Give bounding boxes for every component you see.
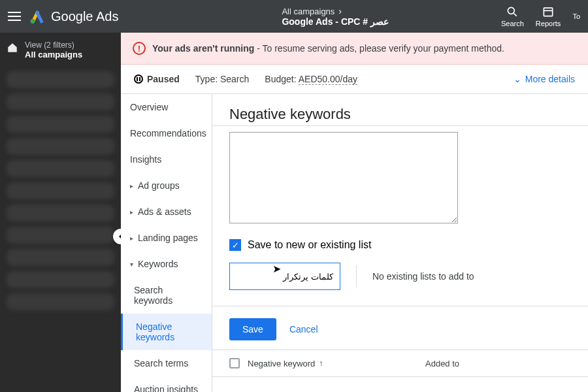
header-breadcrumb[interactable]: All campaigns› Google Ads - CPC # عصر [118, 6, 501, 27]
secondary-nav: Overview Recommendations Insights ▸Ad gr… [121, 94, 212, 392]
column-header-negative-keyword[interactable]: Negative keyword ↑ [248, 359, 417, 368]
nav-item-negative-keywords[interactable]: Negative keywords [121, 314, 212, 350]
body-columns: Overview Recommendations Insights ▸Ad gr… [121, 94, 588, 392]
alert-text: Your ads aren't running - To resume serv… [152, 43, 504, 54]
action-bar: Save Cancel [212, 306, 588, 350]
search-icon [506, 5, 519, 18]
header-tools: Search Reports To [501, 5, 580, 27]
campaign-status[interactable]: Paused [134, 74, 180, 84]
nav-item-ads-assets[interactable]: ▸Ads & assets [121, 199, 212, 225]
content-panel: Negative keywords ✓ Save to new or exist… [212, 94, 588, 392]
nav-item-insights[interactable]: Insights [121, 146, 212, 172]
account-item-blurred[interactable] [7, 249, 114, 266]
chevron-down-icon: ⌄ [514, 74, 521, 84]
chevron-left-icon [116, 232, 121, 241]
expand-triangle-icon: ▾ [130, 261, 135, 268]
collapse-triangle-icon: ▸ [130, 235, 135, 242]
product-logo[interactable]: Google Ads [29, 8, 118, 25]
negative-keywords-textarea[interactable] [229, 132, 458, 223]
hamburger-menu-icon[interactable] [8, 9, 22, 24]
cancel-button[interactable]: Cancel [289, 324, 318, 335]
type-label: Type: [195, 74, 218, 84]
select-all-checkbox[interactable] [229, 358, 240, 368]
paused-icon [134, 74, 143, 84]
budget-label: Budget: [265, 74, 296, 84]
account-item-blurred[interactable] [7, 227, 114, 244]
search-label: Search [501, 20, 524, 27]
svg-point-0 [30, 19, 35, 24]
account-item-blurred[interactable] [7, 204, 114, 221]
app-header: Google Ads All campaigns› Google Ads - C… [0, 0, 588, 33]
budget-value: AED50.00/day [299, 74, 357, 85]
mouse-cursor-icon: ➤ [272, 263, 281, 275]
account-item-blurred[interactable] [7, 182, 114, 199]
nav-item-search-terms[interactable]: Search terms [121, 350, 212, 376]
collapse-triangle-icon: ▸ [130, 208, 135, 216]
payment-alert-banner: ! Your ads aren't running - To resume se… [121, 33, 588, 65]
breadcrumb-campaign: Google Ads - CPC # عصر [282, 16, 389, 27]
campaign-budget[interactable]: Budget: AED50.00/day [265, 74, 357, 84]
more-details-label: More details [525, 74, 575, 84]
save-button[interactable]: Save [229, 318, 276, 340]
alert-strong: Your ads aren't running [152, 43, 254, 54]
view-filters-line1: View (2 filters) [25, 41, 82, 50]
account-item-blurred[interactable] [7, 271, 114, 288]
list-name-input[interactable] [229, 263, 340, 290]
no-existing-lists-message: No existing lists to add to [372, 271, 474, 282]
account-item-blurred[interactable] [7, 138, 114, 155]
nav-item-ad-groups[interactable]: ▸Ad groups [121, 172, 212, 199]
divider [212, 125, 588, 126]
nav-item-keywords[interactable]: ▾Keywords [121, 251, 212, 277]
breadcrumb-root: All campaigns [282, 7, 335, 16]
account-item-blurred[interactable] [7, 160, 114, 177]
left-account-panel: View (2 filters) All campaigns [0, 33, 121, 392]
nav-item-search-keywords[interactable]: Search keywords [121, 277, 212, 314]
collapse-triangle-icon: ▸ [130, 182, 135, 189]
campaign-type: Type: Search [195, 74, 250, 84]
search-button[interactable]: Search [501, 5, 524, 27]
more-details-toggle[interactable]: ⌄ More details [514, 74, 575, 84]
main-area: ! Your ads aren't running - To resume se… [121, 33, 588, 392]
home-icon [7, 42, 18, 54]
column-header-added-to[interactable]: Added to [425, 359, 571, 368]
svg-point-1 [508, 7, 515, 14]
page-title: Negative keywords [229, 106, 571, 123]
alert-icon: ! [133, 42, 146, 55]
nav-item-landing-pages[interactable]: ▸Landing pages [121, 225, 212, 251]
view-filters-header[interactable]: View (2 filters) All campaigns [7, 41, 114, 59]
product-name: Google Ads [51, 9, 118, 24]
alert-rest: - To resume serving ads, please verify y… [254, 43, 504, 54]
nav-item-overview[interactable]: Overview [121, 94, 212, 120]
view-filters-line2: All campaigns [25, 50, 82, 59]
vertical-divider [356, 265, 357, 287]
svg-line-2 [514, 14, 517, 16]
tools-button[interactable]: To [572, 12, 580, 20]
reports-button[interactable]: Reports [536, 5, 561, 27]
save-to-list-checkbox[interactable]: ✓ [229, 239, 241, 251]
account-item-blurred[interactable] [7, 71, 114, 88]
tools-label: To [572, 12, 580, 20]
reports-label: Reports [536, 20, 561, 27]
nav-item-auction-insights[interactable]: Auction insights [121, 376, 212, 392]
nav-item-recommendations[interactable]: Recommendations [121, 120, 212, 146]
collapse-panel-button[interactable] [113, 229, 121, 244]
chevron-right-icon: › [338, 6, 342, 16]
svg-rect-3 [544, 8, 552, 16]
table-header: Negative keyword ↑ Added to [212, 350, 588, 377]
account-item-blurred[interactable] [7, 93, 114, 110]
google-ads-logo-icon [29, 8, 46, 25]
campaign-status-row: Paused Type: Search Budget: AED50.00/day… [121, 65, 588, 94]
save-to-list-label: Save to new or existing list [248, 239, 371, 251]
type-value: Search [220, 74, 249, 84]
sort-ascending-icon: ↑ [319, 359, 323, 368]
reports-icon [542, 5, 555, 18]
status-paused-label: Paused [147, 74, 180, 84]
save-to-list-row: ✓ Save to new or existing list [229, 239, 571, 251]
account-item-blurred[interactable] [7, 116, 114, 133]
account-item-blurred[interactable] [7, 293, 114, 310]
